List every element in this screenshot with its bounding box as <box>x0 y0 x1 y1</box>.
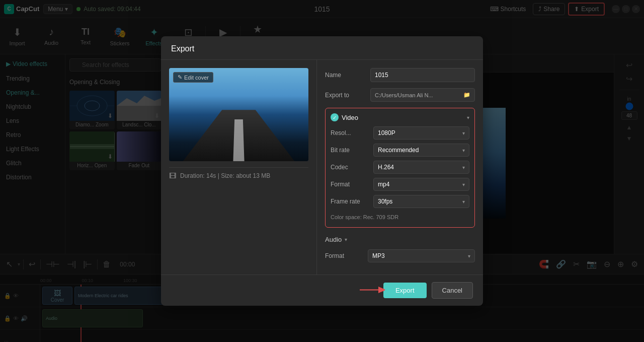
film-icon: 🎞 <box>169 172 176 180</box>
field-row-codec: Codec H.264 ▾ <box>331 161 469 174</box>
modal-right: Name Export to C:/Users/Usman Ali N... 📁… <box>317 60 483 275</box>
name-input[interactable] <box>370 68 475 82</box>
audio-section-header[interactable]: Audio ▾ <box>325 234 475 245</box>
modal-title: Export <box>171 44 194 53</box>
field-row-frame-rate: Frame rate 30fps ▾ <box>331 195 469 208</box>
format-arrow-icon: ▾ <box>462 182 465 187</box>
export-to-label: Export to <box>325 92 370 99</box>
bit-rate-arrow-icon: ▾ <box>462 148 465 153</box>
resolution-label: Resol... <box>331 129 373 136</box>
audio-format-arrow-icon: ▾ <box>468 253 470 259</box>
svg-marker-16 <box>379 287 385 292</box>
color-space-text: Color space: Rec. 709 SDR <box>331 214 398 220</box>
export-modal: Export ✎ Edit cover 🎞 Duration: 14s | Si… <box>161 36 483 306</box>
audio-field-row-format: Format MP3 ▾ <box>325 249 475 262</box>
arrow-indicator <box>360 284 385 297</box>
cancel-button[interactable]: Cancel <box>432 282 473 299</box>
codec-select[interactable]: H.264 ▾ <box>373 161 469 174</box>
format-select[interactable]: mp4 ▾ <box>373 178 469 191</box>
frame-rate-label: Frame rate <box>331 198 373 205</box>
codec-arrow-icon: ▾ <box>462 165 465 170</box>
modal-overlay[interactable]: Export ✎ Edit cover 🎞 Duration: 14s | Si… <box>0 0 644 342</box>
edit-cover-button[interactable]: ✎ Edit cover <box>173 72 213 83</box>
modal-body: ✎ Edit cover 🎞 Duration: 14s | Size: abo… <box>161 60 483 275</box>
video-section: ✓ Video ▾ Resol... 1080P ▾ Bit r <box>325 108 475 228</box>
video-section-title: Video <box>342 114 358 121</box>
pencil-icon: ✎ <box>178 74 182 81</box>
name-label: Name <box>325 72 370 79</box>
modal-left: ✎ Edit cover 🎞 Duration: 14s | Size: abo… <box>161 60 317 275</box>
resolution-arrow-icon: ▾ <box>462 130 465 136</box>
format-label: Format <box>331 181 373 188</box>
format-value: mp4 <box>378 181 389 188</box>
codec-value: H.264 <box>378 164 394 171</box>
duration-text: Duration: 14s | Size: about 13 MB <box>180 172 270 179</box>
bit-rate-value: Recommended <box>378 147 419 154</box>
form-row-name: Name <box>325 68 475 82</box>
resolution-value: 1080P <box>378 129 395 136</box>
modal-preview: ✎ Edit cover <box>169 68 308 161</box>
audio-format-value: MP3 <box>372 252 385 259</box>
video-check-icon: ✓ <box>331 113 339 121</box>
export-modal-label: Export <box>395 287 415 294</box>
form-row-export-to: Export to C:/Users/Usman Ali N... 📁 <box>325 88 475 102</box>
export-modal-button[interactable]: Export <box>383 283 427 298</box>
frame-rate-value: 30fps <box>378 198 392 205</box>
video-section-header[interactable]: ✓ Video ▾ <box>331 113 469 121</box>
video-section-arrow-icon: ▾ <box>467 115 469 120</box>
export-path-text: C:/Users/Usman Ali N... <box>375 92 433 98</box>
audio-format-label: Format <box>325 252 368 259</box>
edit-cover-label: Edit cover <box>184 75 209 81</box>
codec-label: Codec <box>331 164 373 171</box>
field-row-format: Format mp4 ▾ <box>331 178 469 191</box>
folder-icon[interactable]: 📁 <box>463 92 470 98</box>
field-row-bit-rate: Bit rate Recommended ▾ <box>331 144 469 157</box>
frame-rate-arrow-icon: ▾ <box>462 199 465 204</box>
audio-format-select[interactable]: MP3 ▾ <box>368 249 475 262</box>
audio-section: Audio ▾ Format MP3 ▾ <box>325 234 475 262</box>
audio-section-arrow-icon: ▾ <box>345 237 347 242</box>
bit-rate-label: Bit rate <box>331 147 373 154</box>
export-path: C:/Users/Usman Ali N... 📁 <box>370 88 475 102</box>
field-row-resolution: Resol... 1080P ▾ <box>331 126 469 140</box>
resolution-select[interactable]: 1080P ▾ <box>373 126 469 140</box>
cancel-label: Cancel <box>442 287 462 294</box>
frame-rate-select[interactable]: 30fps ▾ <box>373 195 469 208</box>
modal-footer: Export Cancel <box>161 275 483 306</box>
audio-section-title: Audio <box>325 236 342 243</box>
modal-header: Export <box>161 36 483 60</box>
bit-rate-select[interactable]: Recommended ▾ <box>373 144 469 157</box>
modal-duration: 🎞 Duration: 14s | Size: about 13 MB <box>169 167 308 184</box>
color-space-row: Color space: Rec. 709 SDR <box>331 212 469 222</box>
arrow-svg <box>360 284 385 296</box>
